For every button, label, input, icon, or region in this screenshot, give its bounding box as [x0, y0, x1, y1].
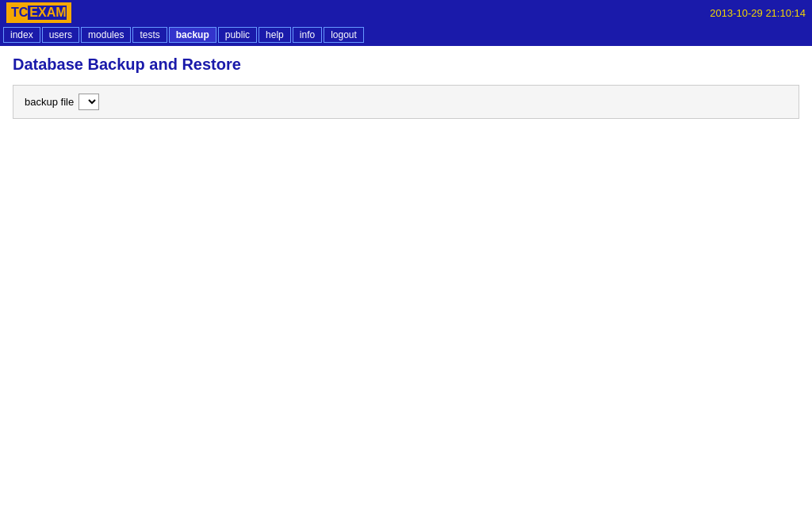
nav-users[interactable]: users: [42, 27, 79, 43]
logo-box: TCEXAM: [6, 2, 71, 23]
logo[interactable]: TCEXAM: [6, 2, 71, 23]
datetime-display: 2013-10-29 21:10:14: [710, 7, 806, 19]
main-content: Database Backup and Restore backup file: [0, 46, 812, 128]
navbar: index users modules tests backup public …: [0, 25, 812, 46]
backup-panel: backup file: [13, 85, 799, 119]
backup-file-label: backup file: [25, 96, 74, 108]
logo-tc: TC: [11, 6, 28, 20]
nav-info[interactable]: info: [293, 27, 322, 43]
logo-exam: EXAM: [28, 6, 66, 20]
nav-tests[interactable]: tests: [132, 27, 167, 43]
nav-backup[interactable]: backup: [169, 27, 216, 43]
nav-logout[interactable]: logout: [324, 27, 364, 43]
page-title: Database Backup and Restore: [13, 55, 799, 74]
nav-modules[interactable]: modules: [81, 27, 131, 43]
nav-help[interactable]: help: [259, 27, 291, 43]
nav-index[interactable]: index: [3, 27, 40, 43]
header: TCEXAM 2013-10-29 21:10:14: [0, 0, 812, 25]
nav-public[interactable]: public: [218, 27, 257, 43]
backup-file-select[interactable]: [79, 94, 99, 110]
